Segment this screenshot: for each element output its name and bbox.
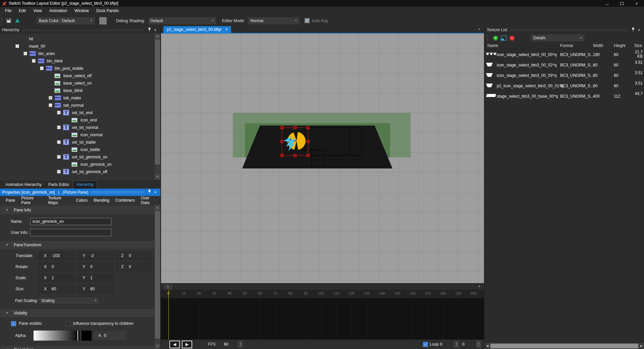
pane-visible-checkbox[interactable]: ✓ — [11, 321, 16, 326]
resize-handle-nw[interactable] — [280, 126, 283, 129]
toolbar-grip[interactable] — [1, 17, 3, 24]
loop-start-value[interactable]: 0 — [440, 342, 442, 347]
tree-item-set_txt_gimmick_off[interactable]: −Tset_txt_gimmick_off — [0, 168, 160, 176]
back-color-dropdown[interactable]: Back Color : Default ▼ — [36, 17, 95, 25]
tree-item-base_select_off[interactable]: base_select_off — [0, 72, 160, 80]
tab-hierarchy[interactable]: Hierarchy — [73, 181, 97, 189]
menu-edit[interactable]: Edit — [15, 7, 30, 15]
menu-window[interactable]: Window — [71, 7, 93, 15]
resize-handle-e[interactable] — [307, 140, 310, 143]
properties-tab-picture-pane[interactable]: Picture Pane — [18, 196, 45, 205]
close-icon[interactable]: × — [152, 190, 158, 195]
pin-icon[interactable] — [146, 190, 152, 195]
timeline-tick-10[interactable]: 10 — [181, 291, 185, 295]
scrollbar-thumb[interactable] — [490, 344, 638, 348]
scroll-up-icon[interactable]: ▲ — [155, 205, 160, 210]
auto-key-checkbox[interactable]: ✓ — [305, 18, 310, 23]
timeline-tick-120[interactable]: 120 — [348, 291, 355, 295]
alpha-gradient-slider[interactable] — [34, 331, 79, 341]
menu-animation[interactable]: Animation — [46, 7, 71, 15]
scrollbar-thumb[interactable] — [155, 211, 160, 339]
timeline-tick-190[interactable]: 190 — [455, 291, 461, 295]
tree-item-icon_normal[interactable]: icon_normal — [0, 131, 160, 139]
timeline-dropdown-icon[interactable]: ▼ — [478, 285, 481, 288]
transform-field-y[interactable]: Y0 — [77, 263, 113, 271]
resize-handle-sw[interactable] — [280, 154, 283, 157]
replace-texture-icon[interactable] — [501, 36, 507, 41]
close-tab-icon[interactable]: × — [225, 27, 228, 32]
tree-item-tab_make[interactable]: +NULLtab_make — [0, 94, 160, 102]
save-icon[interactable] — [6, 17, 12, 24]
scroll-down-icon[interactable]: ▼ — [155, 344, 160, 349]
timeline-tick-20[interactable]: 20 — [197, 291, 201, 295]
timeline-track[interactable] — [161, 298, 484, 339]
tree-item-btn_posi_visible[interactable]: −NULLbtn_posi_visible — [0, 65, 160, 72]
timeline-playhead[interactable] — [168, 290, 169, 340]
tree-item-tab_normal[interactable]: −NULLtab_normal — [0, 102, 160, 109]
remove-texture-icon[interactable]: − — [509, 36, 515, 41]
transform-field-z[interactable]: Z0 — [116, 252, 152, 260]
texture-row-icon-stage-select-btn3-00-00-q[interactable]: icon_stage_select_btn3_00_00^qBC3_UNORM_… — [485, 49, 644, 60]
texture-row-p2-icon-stage-select-btn3-00-01-q[interactable]: p2_icon_stage_select_btn3_00_01^qBC3_UNO… — [485, 81, 644, 91]
tree-expander-icon[interactable]: − — [49, 103, 52, 107]
influence-transparency-checkbox[interactable]: ✓ — [65, 321, 70, 326]
section-pane-info[interactable]: ▼ Pane Info — [0, 206, 154, 214]
transform-field-y[interactable]: Y60 — [77, 285, 113, 293]
loop-end-value[interactable]: 0 — [462, 342, 465, 347]
column-header-size[interactable]: Size — [634, 43, 642, 48]
timeline-tick-80[interactable]: 80 — [288, 291, 292, 295]
debug-shading-dropdown[interactable]: Default ▼ — [148, 17, 217, 25]
transform-field-y[interactable]: Y-2 — [77, 252, 113, 260]
tree-item-btn_blink[interactable]: −NULLbtn_blink — [0, 57, 160, 65]
tree-expander-icon[interactable]: − — [57, 155, 61, 159]
section-visibility[interactable]: ▼ Visibilty — [0, 309, 154, 317]
timeline-tick-200[interactable]: 200 — [471, 291, 477, 295]
tree-expander-icon[interactable]: − — [57, 140, 61, 144]
menu-view[interactable]: View — [30, 7, 46, 15]
properties-tab-colors[interactable]: Colors — [73, 198, 91, 203]
transform-field-x[interactable]: X-103 — [39, 252, 75, 260]
resize-handle-n[interactable] — [293, 126, 297, 129]
menu-file[interactable]: File — [1, 7, 15, 15]
loop-checkbox[interactable]: ✓ — [423, 342, 428, 347]
timeline-tick-110[interactable]: 110 — [333, 291, 339, 295]
tree-expander-icon[interactable]: − — [40, 66, 44, 70]
tree-item-set_txt_battle[interactable]: −Tset_txt_battle — [0, 139, 160, 146]
properties-tab-pane[interactable]: Pane — [3, 198, 18, 203]
tree-item-hit[interactable]: hit — [0, 35, 160, 43]
alpha-cursor[interactable] — [77, 331, 78, 341]
timeline-tick-30[interactable]: 30 — [212, 291, 216, 295]
texture-hscrollbar[interactable]: ◀ ▶ — [485, 343, 644, 349]
fps-spinner[interactable]: ▲▼ — [238, 341, 243, 348]
timeline-tick-140[interactable]: 140 — [379, 291, 385, 295]
transform-field-x[interactable]: X1 — [39, 274, 75, 282]
timeline-tick-100[interactable]: 100 — [318, 291, 324, 295]
properties-tab-texture-maps[interactable]: Texture Maps — [45, 196, 73, 205]
texture-row-icon-stage-select-btn3-00-03-q[interactable]: icon_stage_select_btn3_00_03^qBC3_UNORM_… — [485, 70, 644, 81]
tree-expander-icon[interactable]: − — [15, 44, 19, 48]
properties-tab-combiners[interactable]: Combiners — [112, 198, 138, 203]
menu-dock-panels[interactable]: Dock Panels — [93, 7, 122, 15]
play-forward-button[interactable]: ▶ — [182, 341, 192, 348]
resize-handle-s[interactable] — [293, 154, 297, 157]
loop-start-spinner[interactable]: ▲▼ — [454, 341, 459, 348]
tree-expander-icon[interactable]: + — [49, 96, 52, 100]
transform-field-z[interactable]: Z0 — [116, 263, 152, 271]
tree-item-set_txt_gimmick_on[interactable]: −Tset_txt_gimmick_on — [0, 153, 160, 161]
document-tab[interactable]: p2_stage_select_btn3_00.bflyt × — [163, 26, 231, 33]
pin-icon[interactable] — [146, 28, 152, 33]
section-pane-transform[interactable]: ▼ PaneTransform — [0, 241, 154, 249]
properties-tab-user-data[interactable]: User Data — [138, 196, 160, 205]
column-header-width[interactable]: Width — [593, 43, 603, 48]
tab-parts-editor[interactable]: Parts Editor — [45, 181, 73, 189]
timeline-tick-160[interactable]: 160 — [410, 291, 416, 295]
tab-list-dropdown-icon[interactable]: ▼ — [478, 28, 481, 31]
timeline-tick-50[interactable]: 50 — [243, 291, 247, 295]
timeline-close-tab[interactable]: × — [164, 284, 172, 290]
tree-expander-icon[interactable]: − — [57, 111, 61, 114]
timeline-tick-70[interactable]: 70 — [273, 291, 277, 295]
back-color-swatch[interactable] — [99, 17, 107, 24]
pane-name-input[interactable] — [30, 218, 111, 225]
tree-item-set_txt_normal[interactable]: −Tset_txt_normal — [0, 124, 160, 131]
scroll-left-icon[interactable]: ◀ — [485, 343, 490, 349]
